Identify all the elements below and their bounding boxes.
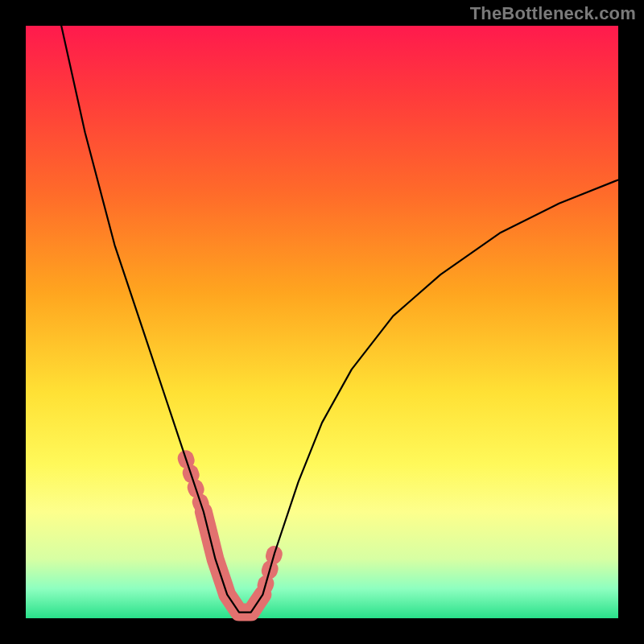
watermark-text: TheBottleneck.com bbox=[470, 3, 636, 24]
bottleneck-curve-path bbox=[61, 26, 618, 613]
curve-svg bbox=[26, 26, 618, 618]
chart-frame: TheBottleneck.com bbox=[0, 0, 644, 644]
plot-area bbox=[26, 26, 618, 618]
highlight-floor-path bbox=[204, 512, 263, 613]
